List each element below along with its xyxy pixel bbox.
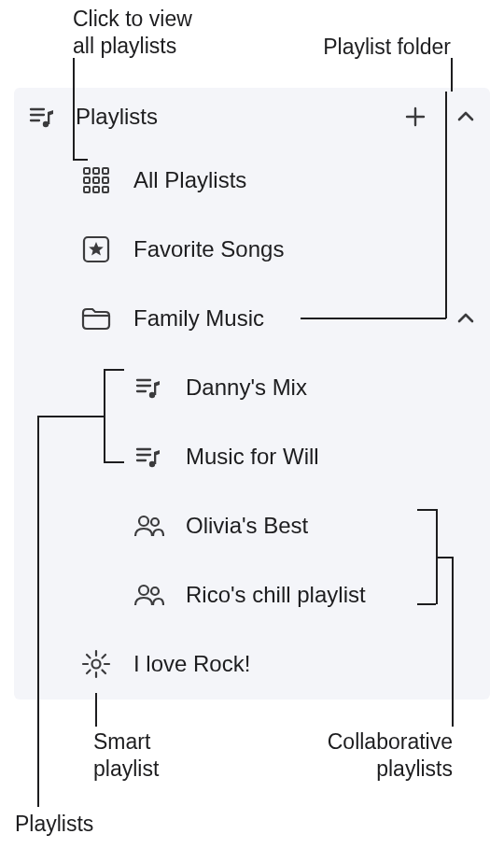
sidebar-item-label: Music for Will	[186, 444, 319, 470]
sidebar-item-olivias-best[interactable]: Olivia's Best	[14, 491, 490, 560]
svg-rect-9	[103, 168, 108, 174]
callout-playlist-folder: Playlist folder	[323, 34, 451, 61]
grid-icon	[76, 160, 117, 201]
svg-point-31	[151, 587, 159, 595]
diagram-stage: Click to view all playlists Playlist fol…	[0, 0, 504, 848]
callout-text: playlist	[93, 756, 159, 781]
sidebar-item-dannys-mix[interactable]: Danny's Mix	[14, 353, 490, 422]
collapse-folder-button[interactable]	[447, 284, 484, 353]
callout-playlists: Playlists	[15, 811, 93, 838]
plus-icon	[404, 106, 427, 128]
connector-line	[95, 693, 97, 727]
svg-line-38	[103, 671, 106, 674]
sidebar-item-label: I love Rock!	[133, 651, 250, 677]
callout-text: Playlist folder	[323, 35, 451, 59]
connector-line	[417, 603, 436, 605]
sidebar-panel: Playlists	[14, 88, 490, 700]
callout-text: Click to view	[73, 7, 192, 31]
sidebar-item-label: Family Music	[133, 305, 264, 332]
connector-line	[417, 509, 436, 511]
add-playlist-button[interactable]	[397, 98, 434, 135]
sidebar-item-all-playlists[interactable]: All Playlists	[14, 146, 490, 215]
header-actions	[397, 88, 484, 146]
favorite-star-icon	[76, 229, 117, 270]
connector-line	[301, 318, 446, 319]
svg-rect-14	[93, 187, 99, 192]
callout-text: Smart	[93, 729, 150, 754]
callout-text: all playlists	[73, 34, 176, 58]
svg-line-39	[103, 655, 106, 658]
chevron-up-icon	[455, 106, 476, 127]
connector-line	[104, 369, 105, 462]
playlists-header-icon	[21, 96, 63, 137]
connector-line	[104, 369, 124, 371]
svg-rect-10	[84, 177, 90, 183]
connector-line	[73, 58, 75, 159]
callout-text: Collaborative	[328, 729, 453, 754]
sidebar-item-label: Danny's Mix	[186, 375, 307, 401]
svg-rect-11	[93, 177, 99, 183]
svg-point-30	[139, 586, 148, 595]
sidebar-item-label: All Playlists	[133, 167, 246, 193]
connector-line	[37, 416, 39, 807]
collapse-section-button[interactable]	[447, 98, 484, 135]
callout-text: Playlists	[15, 812, 93, 836]
sidebar-item-music-for-will[interactable]: Music for Will	[14, 422, 490, 491]
callout-smart-playlist: Smart playlist	[93, 728, 159, 783]
sidebar-item-ricos-chill[interactable]: Rico's chill playlist	[14, 560, 490, 629]
playlist-icon	[128, 436, 169, 477]
connector-line	[452, 557, 454, 727]
svg-rect-13	[84, 187, 90, 192]
connector-line	[104, 461, 124, 463]
sidebar-item-label: Rico's chill playlist	[186, 582, 366, 608]
playlist-icon	[128, 367, 169, 408]
collaborative-icon	[128, 574, 169, 615]
callout-all-playlists: Click to view all playlists	[73, 6, 192, 60]
svg-rect-7	[84, 168, 90, 174]
svg-point-28	[139, 516, 148, 526]
sidebar-item-label: Olivia's Best	[186, 513, 308, 539]
callout-text: playlists	[376, 756, 453, 781]
svg-point-32	[92, 660, 101, 669]
svg-rect-15	[103, 187, 108, 192]
sidebar-item-label: Favorite Songs	[133, 236, 284, 262]
svg-rect-12	[103, 177, 108, 183]
svg-line-37	[87, 655, 91, 658]
sidebar-header[interactable]: Playlists	[14, 88, 490, 146]
connector-line	[436, 557, 453, 558]
svg-line-40	[87, 671, 91, 674]
connector-line	[37, 416, 104, 417]
gear-icon	[76, 643, 117, 685]
svg-rect-8	[93, 168, 99, 174]
connector-line	[73, 159, 88, 161]
callout-collaborative-playlists: Collaborative playlists	[328, 728, 453, 783]
sidebar-item-i-love-rock[interactable]: I love Rock!	[14, 629, 490, 699]
connector-line	[445, 92, 447, 318]
sidebar-header-label: Playlists	[76, 104, 158, 130]
folder-icon	[76, 298, 117, 339]
svg-point-29	[151, 518, 159, 526]
collaborative-icon	[128, 505, 169, 546]
connector-line	[451, 58, 453, 92]
sidebar-item-favorite-songs[interactable]: Favorite Songs	[14, 215, 490, 284]
chevron-up-icon	[455, 308, 476, 329]
